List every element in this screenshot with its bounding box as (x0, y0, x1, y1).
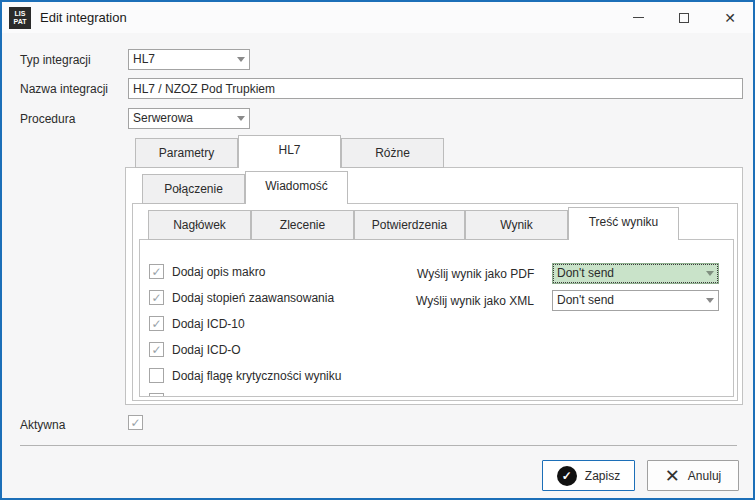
checkbox-label: Dodaj stopień zaawansowania (172, 291, 334, 305)
maximize-icon (679, 13, 689, 23)
checkbox-row[interactable]: Dodaj stopień zaawansowania (149, 290, 334, 305)
aktywna-label: Aktywna (20, 415, 65, 435)
tab-hl7[interactable]: HL7 (238, 135, 341, 168)
save-button[interactable]: ✓ Zapisz (542, 460, 635, 491)
checkbox-row[interactable]: Dodaj ICD-10 (149, 316, 245, 331)
procedure-label: Procedura (20, 109, 75, 129)
tab-parametry[interactable]: Parametry (135, 138, 238, 168)
checkbox-row[interactable]: Dodaj flagę krytyczności wyniku (149, 368, 341, 383)
checkbox-label: Dodaj wnioski i zalecenia (172, 394, 306, 398)
xml-select[interactable]: Don't send (552, 290, 719, 311)
xml-select-value: Don't send (557, 291, 702, 310)
minimize-button[interactable] (615, 2, 661, 33)
app-icon-text-bottom: PAT (14, 18, 27, 26)
chevron-down-icon (237, 57, 245, 62)
name-label: Nazwa integracji (20, 79, 108, 99)
tab-naglowek[interactable]: Nagłówek (148, 210, 251, 240)
type-label: Typ integracji (20, 50, 91, 70)
checkbox[interactable] (149, 342, 164, 357)
tab-zlecenie[interactable]: Zlecenie (251, 210, 354, 240)
tabs-level1: Parametry HL7 Różne (2, 138, 755, 168)
save-check-icon: ✓ (557, 466, 577, 486)
xml-select-label: Wyślij wynik jako XML (416, 291, 534, 311)
title-bar: LIS PAT Edit integration ✕ (2, 2, 753, 33)
checkbox-row[interactable]: Dodaj wnioski i zalecenia (149, 393, 306, 397)
cancel-button[interactable]: ✕ Anuluj (647, 460, 739, 491)
app-icon-text-top: LIS (15, 10, 26, 18)
cancel-button-label: Anuluj (688, 469, 721, 483)
checkbox-label: Dodaj ICD-10 (172, 317, 245, 331)
aktywna-checkbox-row[interactable] (128, 415, 143, 430)
window-title: Edit integration (40, 10, 127, 25)
checkbox[interactable] (149, 368, 164, 383)
chevron-down-icon (237, 116, 245, 121)
edit-integration-dialog: LIS PAT Edit integration ✕ Typ integracj… (0, 0, 755, 500)
checkbox-label: Dodaj ICD-O (172, 343, 241, 357)
save-button-label: Zapisz (585, 469, 620, 483)
aktywna-checkbox[interactable] (128, 415, 143, 430)
checkbox-row[interactable]: Dodaj opis makro (149, 264, 265, 279)
type-select-value: HL7 (133, 50, 233, 69)
pdf-select[interactable]: Don't send (552, 263, 719, 284)
type-select[interactable]: HL7 (128, 49, 250, 70)
tab-wynik[interactable]: Wynik (465, 210, 568, 240)
pdf-select-label: Wyślij wynik jako PDF (417, 264, 534, 284)
close-button[interactable]: ✕ (707, 2, 753, 33)
close-icon: ✕ (724, 11, 736, 25)
maximize-button[interactable] (661, 2, 707, 33)
checkbox[interactable] (149, 264, 164, 279)
procedure-select[interactable]: Serwerowa (128, 108, 250, 129)
cancel-x-icon: ✕ (665, 467, 680, 485)
name-input[interactable] (128, 78, 743, 99)
tabs-level2: Połączenie Wiadomość (2, 174, 755, 204)
tabs-level3: Nagłówek Zlecenie Potwierdzenia Wynik Tr… (2, 210, 755, 240)
tresc-wyniku-panel: Dodaj opis makro Dodaj stopień zaawansow… (139, 239, 734, 397)
tab-tresc-wyniku[interactable]: Treść wyniku (568, 207, 679, 240)
procedure-select-value: Serwerowa (133, 109, 233, 128)
checkbox[interactable] (149, 316, 164, 331)
pdf-select-value: Don't send (557, 264, 702, 283)
checkbox-row[interactable]: Dodaj ICD-O (149, 342, 241, 357)
tab-polaczenie[interactable]: Połączenie (142, 174, 245, 204)
minimize-icon (633, 17, 644, 18)
checkbox[interactable] (149, 393, 164, 397)
checkbox[interactable] (149, 290, 164, 305)
tab-potwierdzenia[interactable]: Potwierdzenia (354, 210, 465, 240)
app-icon: LIS PAT (9, 7, 31, 29)
footer-divider (20, 445, 737, 446)
chevron-down-icon (706, 298, 714, 303)
chevron-down-icon (706, 271, 714, 276)
tab-rozne[interactable]: Różne (341, 138, 444, 168)
checkbox-label: Dodaj flagę krytyczności wyniku (172, 369, 341, 383)
window-controls: ✕ (615, 2, 753, 33)
checkbox-label: Dodaj opis makro (172, 265, 265, 279)
tab-wiadomosc[interactable]: Wiadomość (245, 171, 348, 204)
